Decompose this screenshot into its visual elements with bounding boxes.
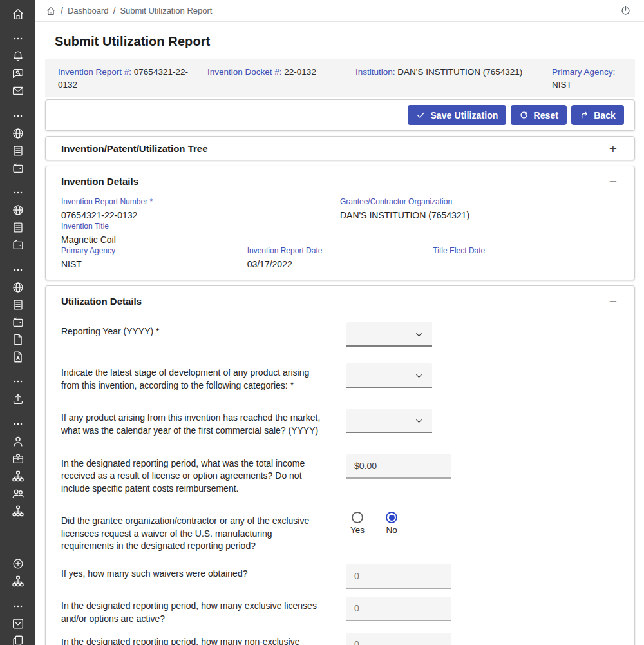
question-row: In the designated reporting period, how … xyxy=(61,597,619,625)
plus-icon[interactable] xyxy=(11,557,25,571)
waiver-radio-no[interactable]: No xyxy=(386,512,397,535)
sitemap-icon[interactable] xyxy=(11,469,25,483)
invention-details-panel: Invention Details − Invention Report Num… xyxy=(45,166,635,280)
non-exclusive-licenses-input[interactable] xyxy=(346,633,451,645)
field-grantee-organization: Grantee/Contractor Organization DAN'S IN… xyxy=(340,197,619,220)
waivers-obtained-input[interactable] xyxy=(346,564,451,589)
bell-icon[interactable] xyxy=(11,49,25,63)
wallet-icon[interactable] xyxy=(11,315,25,329)
refresh-icon xyxy=(519,110,529,120)
breadcrumb-separator: / xyxy=(61,6,63,16)
sitemap-icon[interactable] xyxy=(11,574,25,588)
power-icon xyxy=(620,5,632,17)
invention-details-fields: Invention Report Number * 07654321-22-01… xyxy=(46,197,634,271)
topbar: / Dashboard / Submit Utilization Report xyxy=(35,0,644,22)
invention-info-bar: Invention Report #: 07654321-22-0132 Inv… xyxy=(45,59,635,97)
waiver-radio-group: Yes No xyxy=(346,512,619,535)
chevron-down-icon xyxy=(414,330,424,340)
case-icon[interactable] xyxy=(11,452,25,466)
filepdf-icon[interactable] xyxy=(11,350,25,364)
utilization-details-panel: Utilization Details − Reporting Year (YY… xyxy=(45,285,635,645)
first-commercial-sale-year-select[interactable] xyxy=(346,409,432,433)
file-icon[interactable] xyxy=(11,332,25,347)
globe-icon[interactable] xyxy=(11,280,25,294)
tree-panel-header[interactable]: Invention/Patent/Utilization Tree + xyxy=(46,137,634,160)
info-institution: Institution: DAN'S INSTITUTION (7654321) xyxy=(348,66,544,91)
globe-icon[interactable] xyxy=(11,126,25,140)
main-area: / Dashboard / Submit Utilization Report … xyxy=(35,0,644,645)
invention-details-header[interactable]: Invention Details − xyxy=(46,174,634,188)
doc-icon[interactable] xyxy=(11,298,25,312)
question-row: In the designated reporting period, how … xyxy=(61,633,619,645)
sitemap-icon[interactable] xyxy=(11,504,25,518)
page-content: Submit Utilization Report Invention Repo… xyxy=(35,22,644,645)
wallet-icon[interactable] xyxy=(11,238,25,252)
copy-icon[interactable] xyxy=(11,634,25,645)
home-icon[interactable] xyxy=(11,7,25,21)
collapse-icon[interactable]: − xyxy=(609,175,617,188)
page-title: Submit Utilization Report xyxy=(55,34,635,49)
breadcrumb-current: Submit Utilization Report xyxy=(120,6,212,15)
tree-panel: Invention/Patent/Utilization Tree + xyxy=(45,136,635,160)
ellipsis-icon xyxy=(11,374,25,389)
sidebar xyxy=(0,0,35,645)
exclusive-licenses-input[interactable] xyxy=(346,597,451,621)
question-row: Indicate the latest stage of development… xyxy=(61,363,619,392)
breadcrumb-separator: / xyxy=(113,6,116,16)
info-invention-report: Invention Report #: 07654321-22-0132 xyxy=(50,66,200,91)
collapse-icon[interactable]: − xyxy=(609,294,617,308)
logout-button[interactable] xyxy=(620,5,632,17)
chat-icon[interactable] xyxy=(11,66,25,81)
save-utilization-button[interactable]: Save Utilization xyxy=(408,105,506,125)
field-invention-title: Invention Title Magnetic Coil xyxy=(61,222,619,245)
people-icon[interactable] xyxy=(11,486,25,501)
chevron-down-icon xyxy=(414,371,424,381)
total-income-input[interactable] xyxy=(346,454,451,479)
ellipsis-icon xyxy=(11,263,25,277)
question-row: Did the grantee organization/contractor … xyxy=(61,512,619,553)
question-row: Reporting Year (YYYY) * xyxy=(61,322,619,347)
question-row: If yes, how many such waivers were obtai… xyxy=(61,564,619,589)
inbox-icon[interactable] xyxy=(11,617,25,631)
check-icon xyxy=(416,110,426,120)
question-row: In the designated reporting period, what… xyxy=(61,454,619,496)
utilization-questions: Reporting Year (YYYY) * Indicate the lat… xyxy=(46,322,634,645)
radio-unchecked-icon xyxy=(352,512,363,523)
person-icon[interactable] xyxy=(11,434,25,448)
waiver-radio-yes[interactable]: Yes xyxy=(350,512,365,535)
upload-icon[interactable] xyxy=(11,392,25,406)
utilization-details-header[interactable]: Utilization Details − xyxy=(46,294,634,308)
ellipsis-icon xyxy=(11,599,25,613)
info-invention-docket: Invention Docket #: 22-0132 xyxy=(200,66,348,91)
breadcrumb-dashboard[interactable]: Dashboard xyxy=(68,6,109,15)
action-toolbar: Save Utilization Reset Back xyxy=(45,99,635,131)
mail-icon[interactable] xyxy=(11,84,25,98)
ellipsis-icon xyxy=(11,109,25,123)
reporting-year-select[interactable] xyxy=(346,322,432,347)
field-title-elect-date: Title Elect Date xyxy=(433,246,619,269)
home-icon[interactable] xyxy=(46,6,56,16)
expand-icon[interactable]: + xyxy=(609,142,617,155)
breadcrumb: / Dashboard / Submit Utilization Report xyxy=(46,6,212,16)
ellipsis-icon xyxy=(11,32,25,46)
info-primary-agency: Primary Agency: NIST xyxy=(544,66,630,91)
reset-button[interactable]: Reset xyxy=(511,105,567,125)
development-stage-select[interactable] xyxy=(346,363,432,388)
tree-panel-title: Invention/Patent/Utilization Tree xyxy=(61,143,208,154)
back-button[interactable]: Back xyxy=(571,105,624,125)
field-primary-agency: Primary Agency NIST xyxy=(61,246,247,269)
forward-arrow-icon xyxy=(580,110,589,120)
ellipsis-icon xyxy=(11,417,25,431)
field-invention-report-date: Invention Report Date 03/17/2022 xyxy=(247,246,433,269)
ellipsis-icon xyxy=(11,186,25,200)
globe-icon[interactable] xyxy=(11,203,25,217)
doc-icon[interactable] xyxy=(11,144,25,158)
chevron-down-icon xyxy=(414,416,424,426)
field-invention-report-number: Invention Report Number * 07654321-22-01… xyxy=(61,197,340,220)
doc-icon[interactable] xyxy=(11,220,25,235)
wallet-icon[interactable] xyxy=(11,161,25,175)
invention-details-title: Invention Details xyxy=(61,176,138,187)
utilization-details-title: Utilization Details xyxy=(61,296,142,307)
radio-checked-icon xyxy=(386,512,397,523)
question-row: If any product arising from this inventi… xyxy=(61,409,619,437)
